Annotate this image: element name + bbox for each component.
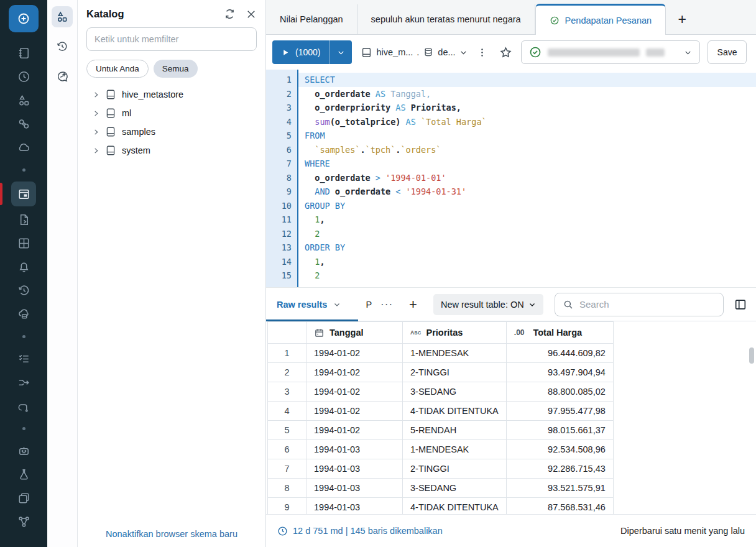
- vertical-scrollbar-thumb[interactable]: [749, 347, 754, 364]
- sidebar-item-compute[interactable]: [0, 136, 47, 159]
- row-number-cell[interactable]: 1: [268, 344, 307, 363]
- data-cell[interactable]: 93.497.904,94: [506, 363, 613, 382]
- pill-all[interactable]: Semua: [154, 60, 198, 78]
- code-line[interactable]: 2: [298, 227, 756, 241]
- rail-item-history[interactable]: [52, 36, 73, 57]
- data-cell[interactable]: 93.521.575,91: [506, 479, 613, 498]
- results-tab-raw[interactable]: Raw results: [266, 288, 349, 321]
- column-header-prioritas[interactable]: ABC Prioritas: [403, 322, 507, 344]
- new-button[interactable]: [9, 5, 39, 32]
- row-number-cell[interactable]: 8: [268, 479, 307, 498]
- data-cell[interactable]: 2-TINGGI: [403, 363, 507, 382]
- code-line[interactable]: AND o_orderdate < '1994-01-31': [298, 185, 756, 199]
- data-cell[interactable]: 2-TINGGI: [403, 459, 507, 479]
- sql-editor[interactable]: 123456789101112131415 SELECT o_orderdate…: [266, 70, 756, 287]
- sidebar-item-queries[interactable]: [0, 208, 47, 231]
- table-row[interactable]: 61994-01-031-MENDESAK92.534.508,96: [268, 440, 614, 459]
- table-row[interactable]: 91994-01-034-TIDAK DITENTUKA87.568.531,4…: [268, 498, 614, 515]
- data-cell[interactable]: 1994-01-03: [307, 479, 403, 498]
- table-row[interactable]: 41994-01-024-TIDAK DITENTUKA97.955.477,9…: [268, 402, 614, 421]
- table-row[interactable]: 81994-01-033-SEDANG93.521.575,91: [268, 479, 614, 498]
- editor-code[interactable]: SELECT o_orderdate AS Tanggal, o_orderpr…: [298, 70, 756, 287]
- row-number-cell[interactable]: 3: [268, 382, 307, 402]
- table-row[interactable]: 11994-01-021-MENDESAK96.444.609,82: [268, 344, 614, 363]
- new-result-table-toggle[interactable]: New result table: ON: [433, 294, 543, 315]
- favorite-star-button[interactable]: [497, 42, 515, 62]
- code-line[interactable]: WHERE: [298, 157, 756, 171]
- table-row[interactable]: 31994-01-023-SEDANG88.800.085,02: [268, 382, 614, 402]
- tab-nilai-pelanggan[interactable]: Nilai Pelanggan: [266, 4, 357, 34]
- data-cell[interactable]: 3-SEDANG: [403, 479, 507, 498]
- schema-browser-toggle-link[interactable]: Nonaktifkan browser skema baru: [78, 529, 265, 539]
- catalog-tree-item[interactable]: hive_metastore: [78, 85, 265, 104]
- sidebar-item-serving[interactable]: [0, 510, 47, 533]
- data-cell[interactable]: 92.286.715,43: [506, 459, 613, 479]
- table-row[interactable]: 71994-01-032-TINGGI92.286.715,43: [268, 459, 614, 479]
- data-cell[interactable]: 96.444.609,82: [506, 344, 613, 363]
- ellipsis-icon[interactable]: ···: [380, 298, 393, 311]
- data-cell[interactable]: 88.800.085,02: [506, 382, 613, 402]
- warehouse-selector[interactable]: [521, 40, 700, 64]
- chevron-right-icon[interactable]: [93, 91, 99, 98]
- side-panel-toggle-icon[interactable]: [734, 298, 747, 311]
- sidebar-item-alerts[interactable]: [0, 255, 47, 278]
- new-tab-button[interactable]: +: [666, 4, 698, 34]
- sidebar-item-pipelines[interactable]: [0, 394, 47, 418]
- kebab-menu-button[interactable]: [474, 42, 491, 62]
- code-line[interactable]: o_orderpriority AS Prioritas,: [298, 101, 756, 115]
- data-cell[interactable]: 87.568.531,46: [506, 498, 613, 515]
- refresh-icon[interactable]: [224, 8, 236, 20]
- table-row[interactable]: 51994-01-025-RENDAH98.015.661,37: [268, 421, 614, 440]
- sidebar-item-playground[interactable]: [0, 439, 47, 462]
- close-icon[interactable]: [246, 9, 257, 20]
- code-line[interactable]: o_orderdate > '1994-01-01': [298, 171, 756, 185]
- code-line[interactable]: ORDER BY: [298, 241, 756, 255]
- data-cell[interactable]: 1-MENDESAK: [403, 440, 507, 459]
- sidebar-item-workflows[interactable]: [0, 112, 47, 136]
- data-cell[interactable]: 1-MENDESAK: [403, 344, 507, 363]
- data-cell[interactable]: 1994-01-02: [307, 421, 403, 440]
- chevron-right-icon[interactable]: [93, 129, 99, 136]
- code-line[interactable]: GROUP BY: [298, 199, 756, 213]
- tab-pendapatan-pesanan[interactable]: Pendapatan Pesanan: [535, 4, 666, 35]
- execution-stats[interactable]: 12 d 751 md | 145 baris dikembalikan: [277, 526, 443, 536]
- row-number-cell[interactable]: 7: [268, 459, 307, 479]
- data-cell[interactable]: 4-TIDAK DITENTUKA: [403, 498, 507, 515]
- sidebar-item-workspace[interactable]: [0, 41, 47, 65]
- data-cell[interactable]: 1994-01-02: [307, 363, 403, 382]
- catalog-tree-item[interactable]: ml: [78, 104, 265, 122]
- code-line[interactable]: sum(o_totalprice) AS `Total Harga`: [298, 115, 756, 129]
- row-number-cell[interactable]: 2: [268, 363, 307, 382]
- data-cell[interactable]: 1994-01-03: [307, 498, 403, 515]
- code-line[interactable]: FROM: [298, 129, 756, 143]
- sidebar-item-query-history[interactable]: [0, 278, 47, 302]
- catalog-schema-selector[interactable]: hive_m... . de...: [361, 47, 467, 58]
- sidebar-item-catalog[interactable]: [0, 88, 47, 112]
- code-line[interactable]: 1,: [298, 213, 756, 227]
- code-line[interactable]: 2: [298, 269, 756, 283]
- data-cell[interactable]: 92.534.508,96: [506, 440, 613, 459]
- sidebar-item-recents[interactable]: [0, 65, 47, 88]
- sidebar-item-experiments[interactable]: [0, 462, 47, 486]
- save-button[interactable]: Save: [708, 40, 747, 64]
- row-number-cell[interactable]: 6: [268, 440, 307, 459]
- data-cell[interactable]: 98.015.661,37: [506, 421, 613, 440]
- code-line[interactable]: 1,: [298, 255, 756, 269]
- rail-item-assistant[interactable]: [52, 66, 73, 87]
- tab-sepuluh-akun[interactable]: sepuluh akun teratas menurut negara: [357, 4, 535, 34]
- sidebar-item-dashboards[interactable]: [0, 231, 47, 255]
- code-line[interactable]: `samples`.`tpch`.`orders`: [298, 143, 756, 157]
- data-cell[interactable]: 1994-01-02: [307, 382, 403, 402]
- results-tab-truncated[interactable]: P: [366, 300, 372, 310]
- column-header-total-harga[interactable]: .00 Total Harga: [506, 322, 613, 344]
- data-cell[interactable]: 1994-01-02: [307, 402, 403, 421]
- rail-item-catalog-browser[interactable]: [52, 6, 73, 27]
- data-cell[interactable]: 5-RENDAH: [403, 421, 507, 440]
- sidebar-item-apps[interactable]: [0, 486, 47, 510]
- catalog-tree-item[interactable]: samples: [78, 122, 265, 141]
- table-row[interactable]: 21994-01-022-TINGGI93.497.904,94: [268, 363, 614, 382]
- results-search-input[interactable]: [579, 299, 716, 310]
- chevron-right-icon[interactable]: [93, 147, 99, 154]
- sidebar-item-data-ingestion[interactable]: [0, 370, 47, 394]
- run-options-button[interactable]: [330, 40, 352, 64]
